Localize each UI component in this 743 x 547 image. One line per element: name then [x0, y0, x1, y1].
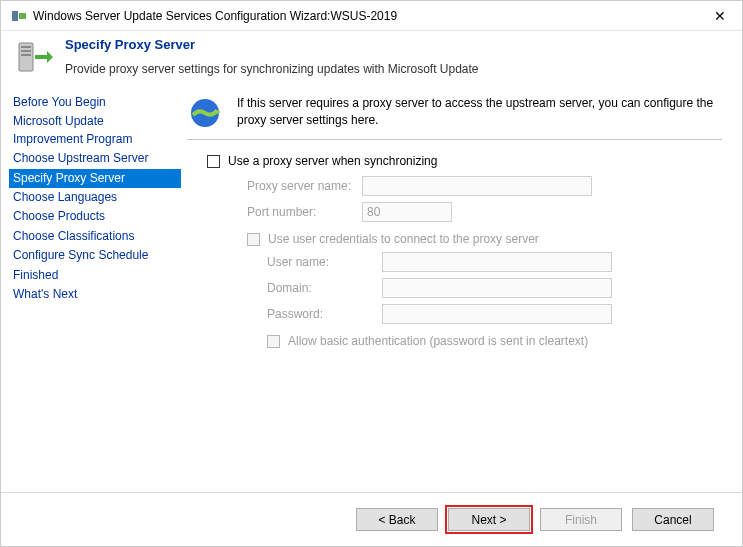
- close-button[interactable]: ✕: [697, 1, 742, 31]
- svg-rect-1: [19, 13, 26, 19]
- cancel-button[interactable]: Cancel: [632, 508, 714, 531]
- svg-rect-0: [12, 11, 18, 21]
- proxy-form: Use a proxy server when synchronizing Pr…: [187, 154, 722, 348]
- svg-rect-5: [21, 54, 31, 56]
- username-input: [382, 252, 612, 272]
- wizard-body: Before You Begin Microsoft Update Improv…: [1, 89, 742, 504]
- domain-input: [382, 278, 612, 298]
- proxy-name-input[interactable]: [362, 176, 592, 196]
- wizard-sidebar: Before You Begin Microsoft Update Improv…: [1, 89, 181, 504]
- finish-button: Finish: [540, 508, 622, 531]
- page-title: Specify Proxy Server: [65, 37, 479, 52]
- window-title: Windows Server Update Services Configura…: [33, 9, 697, 23]
- use-credentials-checkbox: [247, 233, 260, 246]
- sidebar-item-whats-next[interactable]: What's Next: [9, 285, 181, 304]
- svg-rect-3: [21, 46, 31, 48]
- sidebar-item-choose-languages[interactable]: Choose Languages: [9, 188, 181, 207]
- titlebar: Windows Server Update Services Configura…: [1, 1, 742, 31]
- sidebar-item-choose-products[interactable]: Choose Products: [9, 207, 181, 226]
- wizard-header-icon: [15, 37, 55, 77]
- app-icon: [11, 8, 27, 24]
- password-input: [382, 304, 612, 324]
- allow-basic-auth-label: Allow basic authentication (password is …: [288, 334, 588, 348]
- sidebar-item-sync-schedule[interactable]: Configure Sync Schedule: [9, 246, 181, 265]
- sidebar-item-improvement-program[interactable]: Microsoft Update Improvement Program: [9, 112, 181, 149]
- use-proxy-checkbox[interactable]: [207, 155, 220, 168]
- password-label: Password:: [267, 307, 382, 321]
- next-button[interactable]: Next >: [448, 508, 530, 531]
- wizard-footer: < Back Next > Finish Cancel: [1, 492, 742, 546]
- sidebar-item-specify-proxy[interactable]: Specify Proxy Server: [9, 169, 181, 188]
- back-button[interactable]: < Back: [356, 508, 438, 531]
- use-credentials-label: Use user credentials to connect to the p…: [268, 232, 539, 246]
- domain-label: Domain:: [267, 281, 382, 295]
- divider: [187, 139, 722, 140]
- globe-icon: [187, 95, 223, 131]
- page-subtitle: Provide proxy server settings for synchr…: [65, 62, 479, 76]
- port-input[interactable]: [362, 202, 452, 222]
- proxy-name-label: Proxy server name:: [247, 179, 362, 193]
- sidebar-item-before-you-begin[interactable]: Before You Begin: [9, 93, 181, 112]
- username-label: User name:: [267, 255, 382, 269]
- sidebar-item-choose-classifications[interactable]: Choose Classifications: [9, 227, 181, 246]
- allow-basic-auth-checkbox: [267, 335, 280, 348]
- svg-marker-6: [35, 51, 53, 63]
- svg-rect-4: [21, 50, 31, 52]
- intro-text: If this server requires a proxy server t…: [237, 95, 722, 131]
- use-proxy-label: Use a proxy server when synchronizing: [228, 154, 437, 168]
- wizard-header: Specify Proxy Server Provide proxy serve…: [1, 31, 742, 89]
- sidebar-item-upstream-server[interactable]: Choose Upstream Server: [9, 149, 181, 168]
- wizard-content: If this server requires a proxy server t…: [181, 89, 742, 504]
- port-label: Port number:: [247, 205, 362, 219]
- sidebar-item-finished[interactable]: Finished: [9, 266, 181, 285]
